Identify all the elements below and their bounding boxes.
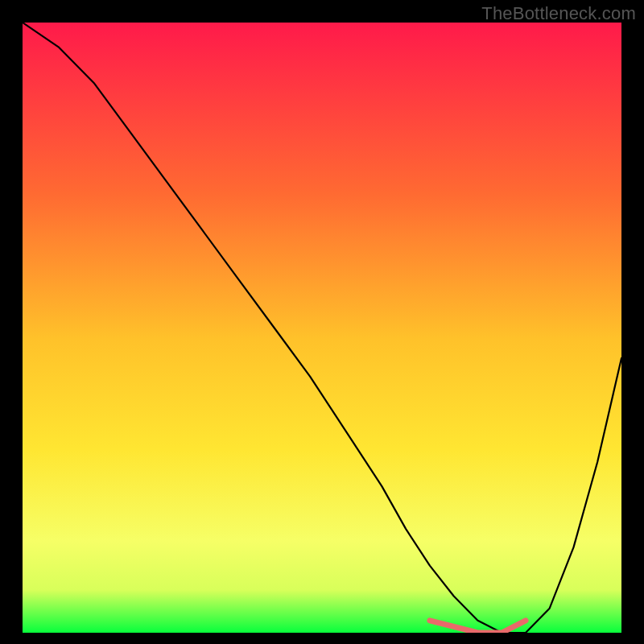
bottleneck-chart (23, 23, 621, 633)
gradient-background (23, 23, 621, 633)
watermark-text: TheBottleneck.com (481, 3, 636, 24)
chart-frame (23, 23, 621, 633)
